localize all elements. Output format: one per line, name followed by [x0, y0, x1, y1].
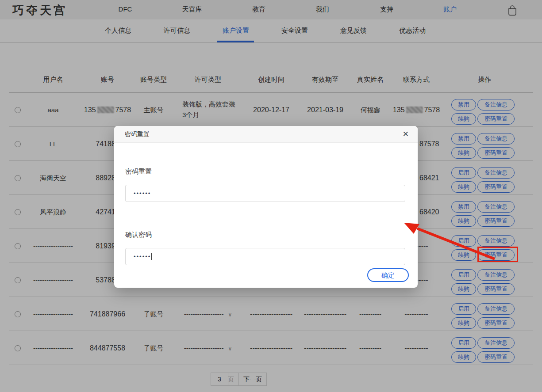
- text-caret: [151, 253, 152, 260]
- confirm-password-input[interactable]: ••••••: [125, 248, 405, 265]
- new-password-label: 密码重置: [125, 167, 152, 176]
- password-reset-modal: 密码重置 ✕ 密码重置 •••••• 确认密码 •••••• 确定: [114, 126, 418, 288]
- new-password-input[interactable]: ••••••: [125, 185, 405, 202]
- confirm-password-value: ••••••: [134, 253, 151, 260]
- modal-header: 密码重置 ✕: [114, 126, 418, 143]
- confirm-password-label: 确认密码: [125, 231, 152, 239]
- close-icon[interactable]: ✕: [403, 129, 409, 139]
- confirm-button[interactable]: 确定: [367, 268, 409, 282]
- new-password-value: ••••••: [134, 190, 151, 197]
- modal-title: 密码重置: [125, 130, 150, 138]
